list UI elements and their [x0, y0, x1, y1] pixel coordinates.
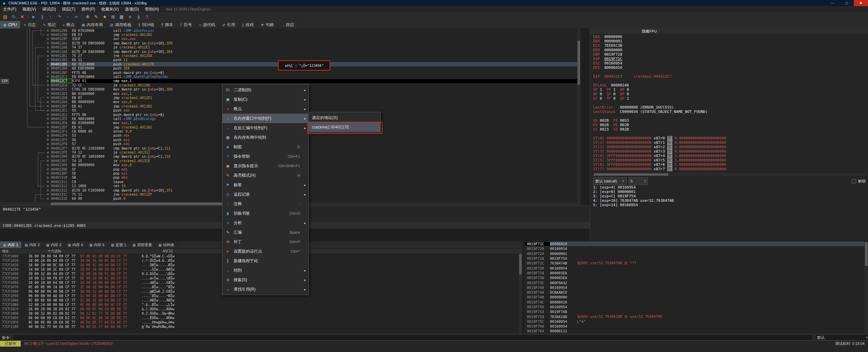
context-menu-item-breakpoint[interactable]: ●断点▸: [222, 104, 309, 114]
command-profile-select[interactable]: 默认 ▼: [815, 334, 868, 340]
hide-fpu-button[interactable]: 隐藏FPU: [590, 28, 868, 35]
register-line[interactable]: EDI 80006010: [590, 65, 868, 70]
register-line[interactable]: CS 0023 SS 002B: [590, 127, 868, 132]
maximize-button[interactable]: ▢: [840, 0, 854, 6]
tab-handles[interactable]: ❖句柄: [257, 21, 277, 28]
context-menu-item-find-references[interactable]: ↔查找引用(R)▸: [222, 285, 309, 294]
stack-row[interactable]: 0019F76000160954: [525, 324, 865, 329]
tab-breakpoints[interactable]: ●断点: [59, 21, 78, 28]
context-menu-item-instruction-help[interactable]: ?指令帮助Ctrl+F1: [222, 152, 309, 161]
dump-row[interactable]: 77CF10E006 00 08 00 C8 D9 D2 770A 00 0C …: [0, 316, 522, 320]
dump-vscrollbar[interactable]: [519, 253, 522, 334]
register-line[interactable]: [590, 70, 868, 74]
open-file-icon[interactable]: ▤: [1, 13, 9, 20]
step-over-icon[interactable]: ↷: [55, 13, 63, 20]
context-menu-item-new-thread-here[interactable]: ∥新建线程于此: [222, 256, 309, 266]
calling-convention-select[interactable]: 默认 (stdcall) ▼: [593, 177, 627, 185]
register-line[interactable]: GS 002B FS 0053: [590, 118, 868, 123]
register-line[interactable]: ST(2) 00000000000000000000 x87r2 空 0.000…: [590, 145, 868, 149]
tab-source[interactable]: ‹›源代码: [196, 21, 219, 28]
dump-tab-内存 1[interactable]: ▦内存 1: [0, 241, 22, 248]
context-menu-item-show-mnemonic-brief[interactable]: ◉显示指令提示Ctrl+Shift+F1: [222, 161, 309, 171]
register-line[interactable]: [590, 114, 868, 118]
command-input[interactable]: [13, 334, 813, 340]
dump-row[interactable]: 77CF110040 98 D2 77 60 EA DE 7750 A9 D1 …: [0, 325, 522, 329]
register-line[interactable]: LastStatus C0000034 (STATUS_OBJECT_NAME_…: [590, 110, 868, 114]
disasm-row[interactable]: 004012C783F8 01cmp eax,1: [0, 79, 577, 83]
run-to-user-code-icon[interactable]: ⇒: [72, 13, 80, 20]
stack-row[interactable]: 0019F72000160954: [525, 246, 865, 251]
step-into-icon[interactable]: ↓: [46, 13, 55, 20]
stack-row[interactable]: 0019F73000160954: [525, 266, 865, 270]
context-menu-item-patch[interactable]: ✚补丁Ctrl+P: [222, 237, 309, 247]
close-button[interactable]: ✖: [854, 0, 868, 6]
register-line[interactable]: EBX 00000001: [590, 39, 868, 43]
context-menu-item-follow-in-dump[interactable]: ↓在内存窗口中转到(F)▸: [222, 114, 309, 123]
stack-row[interactable]: 0019F75C00160954L"è": [525, 319, 865, 324]
stack-row[interactable]: 0019F73C000F0A42: [525, 280, 865, 285]
register-line[interactable]: EIP 004012C7 crackme2.004012C7: [590, 74, 868, 79]
disasm-row[interactable]: 0040129F33C0xor eax,eax: [0, 37, 577, 41]
register-line[interactable]: ST(7) 00000000000000000000 x87r7 空 0.000…: [590, 167, 868, 171]
spinner-arrows-icon[interactable]: ▲▼: [644, 179, 646, 183]
stack-vscrollbar[interactable]: [865, 241, 868, 334]
context-menu-item-analysis[interactable]: ≈分析▸: [222, 218, 309, 228]
registers-hscrollbar[interactable]: [593, 173, 866, 176]
menubar-item-帮助(H)[interactable]: 帮助(H): [142, 6, 162, 12]
register-line[interactable]: [590, 132, 868, 136]
argument-count-spinner[interactable]: 5 ▲▼: [629, 177, 648, 185]
disasm-row[interactable]: 004012A1817D 10 EB030000cmp dword ptr ss…: [0, 41, 577, 45]
register-line[interactable]: EBP 0019F728: [590, 52, 868, 57]
register-line[interactable]: ST(4) 3FFF8000000000000000 x87r4 空 1.000…: [590, 154, 868, 158]
register-line[interactable]: [590, 101, 868, 105]
stack-row[interactable]: 0019F738000003EA: [525, 275, 865, 280]
context-menu-item-trace-record[interactable]: ◎追踪记录▸: [222, 190, 309, 199]
register-line[interactable]: [590, 79, 868, 83]
scrollbar-thumb[interactable]: [865, 242, 868, 266]
menubar-item-调试(D)[interactable]: 调试(D): [39, 6, 59, 12]
context-menu-item-copy[interactable]: ▣复制(C)▸: [222, 95, 309, 104]
register-line[interactable]: ZF 1 PF 1 AF 0: [590, 87, 868, 92]
context-menu-item-toggle-bookmark[interactable]: ▮切换书签Ctrl+D: [222, 209, 309, 218]
dump-tab-内存 5[interactable]: ▦内存 5: [86, 241, 108, 248]
settings-icon[interactable]: ✻: [83, 13, 92, 20]
tab-call-stack[interactable]: ▤调用堆栈: [107, 21, 135, 28]
context-menu-item-comment[interactable]: ;注释;: [222, 199, 309, 209]
dump-tab-局部变量[interactable]: ▦局部变量: [130, 241, 155, 248]
disasm-row[interactable]: 004012AA817D 10 EA030000cmp dword ptr ss…: [0, 50, 577, 54]
disasm-row[interactable]: 0040129DEB E3jmp crackme2.401282: [0, 33, 577, 37]
menubar-item-插件(P)[interactable]: 插件(P): [78, 6, 98, 12]
register-line[interactable]: OF 0 SF 0 DF 0: [590, 92, 868, 96]
dump-tab-内存 2[interactable]: ▦内存 2: [22, 241, 43, 248]
stack-row[interactable]: 0019F734000003EA: [525, 271, 865, 275]
menubar-item-收藏夹(V)[interactable]: 收藏夹(V): [98, 6, 122, 12]
stack-row[interactable]: 0019F71C80006010: [525, 241, 865, 246]
dump-row[interactable]: 77CF10F00C 00 0E 00 10 EA DE 7740 EA DE …: [0, 320, 522, 325]
register-line[interactable]: ST(0) 00000000000000000000 x87r0 空 0.000…: [590, 136, 868, 140]
scrollbar-thumb[interactable]: [519, 254, 522, 274]
disasm-row[interactable]: 004012B175 27jne crackme2.4012DA: [0, 54, 577, 58]
tab-notes[interactable]: ✎笔记: [40, 21, 59, 28]
register-line[interactable]: CF 0 TF 0 IF 1: [590, 96, 868, 101]
stack-row[interactable]: 0019F76400000111: [525, 329, 865, 333]
stack-row[interactable]: 0019F72C763847AB返回到 user32.763847AB 自 ??…: [525, 261, 865, 266]
restart-icon[interactable]: ↻: [9, 13, 18, 20]
menubar-item-文件(F)[interactable]: 文件(F): [0, 6, 19, 12]
context-menu-item-follow-in-disassembler[interactable]: →在反汇编中转到(F)▸: [222, 123, 309, 133]
calculator-icon[interactable]: ⊞: [109, 13, 117, 20]
menubar-item-视图(V)[interactable]: 视图(V): [19, 6, 39, 12]
context-menu-item-assemble[interactable]: ✎汇编Space: [222, 228, 309, 237]
tab-log[interactable]: ≡日志: [21, 21, 40, 28]
register-line[interactable]: ECX 7EED5C3B: [590, 43, 868, 48]
disasm-row[interactable]: 004012C2E8 D9010000call <JMP.&GetDlgItem…: [0, 75, 577, 79]
dump-tab-内存 3[interactable]: ▦内存 3: [43, 241, 65, 248]
context-menu-item-highlighting-mode[interactable]: ✎高亮模式(H)H: [222, 171, 309, 180]
submenu-item-crackme2-address[interactable]: crackme2.0040217E: [309, 122, 380, 132]
dump-row[interactable]: 77CF10A00C 00 0E 00 48 D8 CF 771C 00 1E …: [0, 298, 522, 302]
register-line[interactable]: ST(3) 00000000000000000000 x87r3 空 0.000…: [590, 149, 868, 154]
stack-row[interactable]: 0019F75000160954: [525, 305, 865, 309]
register-line[interactable]: ST(5) 3FFF8000000000000000 x87r5 空 1.000…: [590, 158, 868, 162]
tab-memory-map[interactable]: ▦内存布局: [78, 21, 106, 28]
register-line[interactable]: EDX 00000000: [590, 48, 868, 52]
context-menu-item-label[interactable]: ⚑标签▸: [222, 180, 309, 190]
